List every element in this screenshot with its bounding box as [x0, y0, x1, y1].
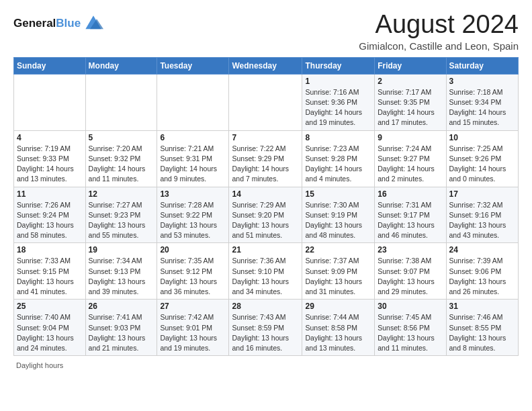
day-info: Sunrise: 7:45 AM Sunset: 8:56 PM Dayligh…	[378, 312, 443, 353]
day-info: Sunrise: 7:38 AM Sunset: 9:07 PM Dayligh…	[378, 256, 443, 297]
weekday-header-friday: Friday	[375, 57, 446, 74]
page: GeneralBlue August 2024 Gimialcon, Casti…	[0, 0, 532, 411]
day-cell: 31Sunrise: 7:46 AM Sunset: 8:55 PM Dayli…	[446, 300, 518, 356]
day-info: Sunrise: 7:20 AM Sunset: 9:32 PM Dayligh…	[89, 144, 154, 185]
day-cell: 17Sunrise: 7:32 AM Sunset: 9:16 PM Dayli…	[446, 187, 518, 243]
day-number: 13	[160, 189, 226, 199]
day-number: 28	[232, 302, 299, 311]
day-number: 21	[232, 245, 299, 255]
logo: GeneralBlue	[13, 13, 103, 34]
day-info: Sunrise: 7:35 AM Sunset: 9:12 PM Dayligh…	[160, 256, 226, 297]
day-info: Sunrise: 7:22 AM Sunset: 9:29 PM Dayligh…	[232, 144, 299, 185]
day-number: 16	[378, 189, 443, 199]
day-number: 17	[449, 189, 515, 199]
title-block: August 2024 Gimialcon, Castille and Leon…	[359, 11, 519, 52]
day-number: 18	[17, 245, 83, 255]
day-cell: 24Sunrise: 7:39 AM Sunset: 9:06 PM Dayli…	[446, 243, 518, 300]
day-cell: 26Sunrise: 7:41 AM Sunset: 9:03 PM Dayli…	[85, 300, 157, 356]
day-cell	[85, 74, 157, 130]
day-info: Sunrise: 7:19 AM Sunset: 9:33 PM Dayligh…	[17, 144, 83, 185]
day-number: 1	[305, 77, 371, 86]
day-info: Sunrise: 7:30 AM Sunset: 9:19 PM Dayligh…	[305, 200, 371, 241]
day-number: 8	[305, 133, 371, 142]
day-number: 3	[449, 77, 515, 86]
day-info: Sunrise: 7:46 AM Sunset: 8:55 PM Dayligh…	[449, 312, 515, 353]
day-info: Sunrise: 7:27 AM Sunset: 9:23 PM Dayligh…	[89, 200, 154, 241]
day-info: Sunrise: 7:32 AM Sunset: 9:16 PM Dayligh…	[449, 200, 515, 241]
day-number: 25	[17, 302, 83, 311]
daylight-label: Daylight hours	[16, 361, 63, 369]
day-number: 4	[17, 133, 83, 142]
day-cell: 29Sunrise: 7:44 AM Sunset: 8:58 PM Dayli…	[302, 300, 375, 356]
day-info: Sunrise: 7:24 AM Sunset: 9:27 PM Dayligh…	[378, 144, 443, 185]
weekday-header-monday: Monday	[85, 57, 157, 74]
logo-text: GeneralBlue	[13, 17, 81, 30]
day-info: Sunrise: 7:16 AM Sunset: 9:36 PM Dayligh…	[305, 87, 371, 128]
day-cell: 8Sunrise: 7:23 AM Sunset: 9:28 PM Daylig…	[302, 130, 375, 187]
day-number: 10	[449, 133, 515, 142]
day-info: Sunrise: 7:36 AM Sunset: 9:10 PM Dayligh…	[232, 256, 299, 297]
week-row-2: 4Sunrise: 7:19 AM Sunset: 9:33 PM Daylig…	[14, 130, 519, 187]
day-info: Sunrise: 7:18 AM Sunset: 9:34 PM Dayligh…	[449, 87, 515, 128]
day-info: Sunrise: 7:26 AM Sunset: 9:24 PM Dayligh…	[17, 200, 83, 241]
week-row-4: 18Sunrise: 7:33 AM Sunset: 9:15 PM Dayli…	[14, 243, 519, 300]
day-info: Sunrise: 7:40 AM Sunset: 9:04 PM Dayligh…	[17, 312, 83, 353]
day-info: Sunrise: 7:25 AM Sunset: 9:26 PM Dayligh…	[449, 144, 515, 185]
day-cell: 7Sunrise: 7:22 AM Sunset: 9:29 PM Daylig…	[229, 130, 302, 187]
week-row-1: 1Sunrise: 7:16 AM Sunset: 9:36 PM Daylig…	[14, 74, 519, 130]
weekday-header-thursday: Thursday	[302, 57, 375, 74]
day-number: 31	[449, 302, 515, 311]
weekday-header-sunday: Sunday	[14, 57, 86, 74]
day-number: 27	[160, 302, 226, 311]
day-info: Sunrise: 7:17 AM Sunset: 9:35 PM Dayligh…	[378, 87, 443, 128]
day-number: 6	[160, 133, 226, 142]
day-info: Sunrise: 7:21 AM Sunset: 9:31 PM Dayligh…	[160, 144, 226, 185]
day-number: 5	[89, 133, 154, 142]
day-number: 30	[378, 302, 443, 311]
weekday-header-row: SundayMondayTuesdayWednesdayThursdayFrid…	[14, 57, 519, 74]
day-info: Sunrise: 7:43 AM Sunset: 8:59 PM Dayligh…	[232, 312, 299, 353]
day-info: Sunrise: 7:31 AM Sunset: 9:17 PM Dayligh…	[378, 200, 443, 241]
weekday-header-saturday: Saturday	[446, 57, 518, 74]
logo-icon	[83, 13, 103, 34]
day-cell: 18Sunrise: 7:33 AM Sunset: 9:15 PM Dayli…	[14, 243, 86, 300]
day-cell: 1Sunrise: 7:16 AM Sunset: 9:36 PM Daylig…	[302, 74, 375, 130]
day-info: Sunrise: 7:39 AM Sunset: 9:06 PM Dayligh…	[449, 256, 515, 297]
day-cell	[14, 74, 86, 130]
day-info: Sunrise: 7:44 AM Sunset: 8:58 PM Dayligh…	[305, 312, 371, 353]
calendar-table: SundayMondayTuesdayWednesdayThursdayFrid…	[13, 57, 519, 356]
day-cell: 23Sunrise: 7:38 AM Sunset: 9:07 PM Dayli…	[375, 243, 446, 300]
day-number: 9	[378, 133, 443, 142]
weekday-header-tuesday: Tuesday	[157, 57, 229, 74]
day-cell: 3Sunrise: 7:18 AM Sunset: 9:34 PM Daylig…	[446, 74, 518, 130]
day-cell: 19Sunrise: 7:34 AM Sunset: 9:13 PM Dayli…	[85, 243, 157, 300]
day-cell: 28Sunrise: 7:43 AM Sunset: 8:59 PM Dayli…	[229, 300, 302, 356]
day-number: 14	[232, 189, 299, 199]
day-info: Sunrise: 7:34 AM Sunset: 9:13 PM Dayligh…	[89, 256, 154, 297]
day-info: Sunrise: 7:42 AM Sunset: 9:01 PM Dayligh…	[160, 312, 226, 353]
day-number: 22	[305, 245, 371, 255]
day-cell: 22Sunrise: 7:37 AM Sunset: 9:09 PM Dayli…	[302, 243, 375, 300]
main-title: August 2024	[359, 11, 519, 39]
day-cell: 16Sunrise: 7:31 AM Sunset: 9:17 PM Dayli…	[375, 187, 446, 243]
day-cell: 15Sunrise: 7:30 AM Sunset: 9:19 PM Dayli…	[302, 187, 375, 243]
day-number: 12	[89, 189, 154, 199]
day-cell: 11Sunrise: 7:26 AM Sunset: 9:24 PM Dayli…	[14, 187, 86, 243]
day-number: 7	[232, 133, 299, 142]
day-number: 15	[305, 189, 371, 199]
day-cell: 27Sunrise: 7:42 AM Sunset: 9:01 PM Dayli…	[157, 300, 229, 356]
day-info: Sunrise: 7:41 AM Sunset: 9:03 PM Dayligh…	[89, 312, 154, 353]
footer: Daylight hours	[13, 361, 519, 369]
week-row-5: 25Sunrise: 7:40 AM Sunset: 9:04 PM Dayli…	[14, 300, 519, 356]
day-number: 29	[305, 302, 371, 311]
day-number: 19	[89, 245, 154, 255]
day-cell: 25Sunrise: 7:40 AM Sunset: 9:04 PM Dayli…	[14, 300, 86, 356]
weekday-header-wednesday: Wednesday	[229, 57, 302, 74]
day-number: 2	[378, 77, 443, 86]
day-cell: 30Sunrise: 7:45 AM Sunset: 8:56 PM Dayli…	[375, 300, 446, 356]
subtitle: Gimialcon, Castille and Leon, Spain	[359, 40, 519, 52]
day-cell	[229, 74, 302, 130]
day-cell	[157, 74, 229, 130]
day-cell: 10Sunrise: 7:25 AM Sunset: 9:26 PM Dayli…	[446, 130, 518, 187]
day-cell: 6Sunrise: 7:21 AM Sunset: 9:31 PM Daylig…	[157, 130, 229, 187]
